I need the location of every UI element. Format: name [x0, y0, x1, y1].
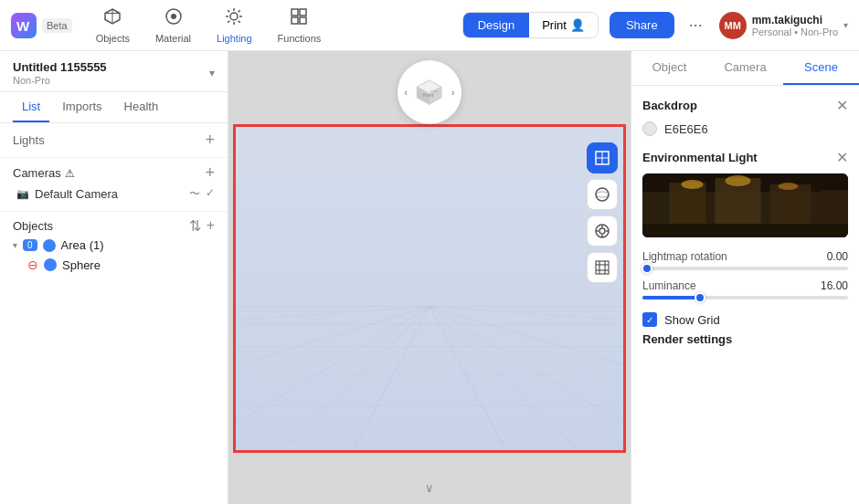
luminance-section: Luminance 16.00	[642, 279, 848, 299]
objects-tool[interactable]: Objects	[85, 4, 141, 47]
area-chevron-icon: ▾	[13, 240, 17, 250]
svg-line-11	[228, 10, 230, 12]
lighting-icon	[225, 7, 243, 30]
svg-rect-15	[292, 9, 298, 16]
left-sidebar: Untitled 1155555 Non-Pro ▾ List Imports …	[0, 51, 228, 504]
tab-health[interactable]: Health	[115, 92, 168, 122]
svg-point-48	[599, 228, 605, 234]
show-grid-checkbox[interactable]: ✓	[642, 312, 657, 327]
target-icon	[594, 223, 610, 239]
nav-left-button[interactable]: ‹	[398, 83, 414, 101]
lights-row: Lights +	[13, 131, 215, 150]
area-badge: 0	[23, 239, 37, 251]
luminance-slider[interactable]	[642, 296, 848, 299]
sphere-tool[interactable]	[587, 179, 618, 210]
tab-object[interactable]: Object	[631, 51, 707, 85]
sphere-color-dot	[44, 258, 57, 271]
cameras-row: Cameras ⚠ +	[13, 163, 215, 183]
luminance-thumb[interactable]	[695, 292, 705, 303]
functions-tool[interactable]: Functions	[267, 4, 333, 47]
print-icon: 👤	[570, 18, 585, 32]
area-row[interactable]: ▾ 0 Area (1)	[13, 235, 215, 256]
svg-rect-17	[292, 17, 298, 24]
lightmap-rotation-slider[interactable]	[642, 267, 848, 270]
right-sidebar: Object Camera Scene Backdrop ✕ E6E6E6 En…	[631, 51, 859, 504]
viewport[interactable]	[233, 124, 626, 453]
material-tool[interactable]: Material	[144, 4, 202, 47]
more-button[interactable]: ···	[684, 10, 708, 40]
wordcraft-logo: W	[11, 13, 37, 38]
lightmap-rotation-label: Lightmap rotation	[642, 250, 727, 263]
backdrop-color-swatch[interactable]	[642, 121, 657, 136]
svg-point-64	[682, 180, 704, 189]
nav-right-button[interactable]: ›	[445, 83, 461, 101]
design-print-toggle: Design Print 👤	[462, 12, 599, 38]
lightmap-label-row: Lightmap rotation 0.00	[642, 250, 848, 263]
camera-confirm-icon[interactable]: ✓	[206, 186, 215, 202]
svg-rect-25	[236, 127, 623, 450]
svg-point-5	[171, 14, 176, 19]
tab-list[interactable]: List	[13, 92, 49, 122]
share-button[interactable]: Share	[610, 12, 674, 38]
luminance-label-row: Luminance 16.00	[642, 279, 848, 292]
backdrop-color-value: E6E6E6	[664, 122, 708, 136]
backdrop-color-row[interactable]: E6E6E6	[642, 121, 848, 136]
luminance-fill	[642, 296, 700, 299]
top-navigation: W Beta Objects Material Lighting Functio…	[0, 0, 859, 51]
sidebar-collapse-icon[interactable]: ▾	[209, 67, 215, 79]
lights-label: Lights	[13, 133, 45, 147]
environmental-light-section: Environmental Light ✕	[642, 149, 848, 237]
target-tool[interactable]	[587, 215, 618, 247]
sphere-row[interactable]: ⊖ Sphere	[13, 256, 215, 274]
box-select-tool[interactable]	[587, 142, 618, 173]
svg-point-6	[230, 13, 238, 20]
svg-point-46	[596, 192, 609, 197]
camera-icon: 📷	[16, 188, 29, 200]
camera-edit-icon[interactable]: 〜	[189, 186, 200, 202]
cameras-add-button[interactable]: +	[205, 163, 215, 183]
lightmap-rotation-section: Lightmap rotation 0.00	[642, 250, 848, 270]
material-label: Material	[155, 33, 191, 44]
objects-sort-icon[interactable]: ⇅	[189, 217, 201, 235]
print-button[interactable]: Print 👤	[529, 13, 598, 37]
lightmap-rotation-value: 0.00	[827, 250, 848, 263]
canvas-chevron-down-icon[interactable]: ∨	[425, 481, 434, 495]
beta-badge: Beta	[42, 18, 72, 33]
main-area: Untitled 1155555 Non-Pro ▾ List Imports …	[0, 51, 859, 504]
env-light-close-icon[interactable]: ✕	[836, 149, 848, 166]
camera-actions: 〜 ✓	[189, 186, 215, 202]
right-content: Backdrop ✕ E6E6E6 Environmental Light ✕	[631, 86, 859, 504]
design-button[interactable]: Design	[463, 13, 529, 37]
tab-camera[interactable]: Camera	[707, 51, 783, 85]
svg-point-45	[596, 188, 609, 201]
camera-warning-icon: ⚠	[65, 167, 75, 180]
tab-imports[interactable]: Imports	[53, 92, 111, 122]
cube-navigator[interactable]: ‹ front right ›	[398, 60, 461, 124]
default-camera-left: 📷 Default Camera	[16, 187, 118, 201]
backdrop-close-icon[interactable]: ✕	[836, 97, 848, 114]
sphere-minus-icon[interactable]: ⊖	[27, 257, 38, 272]
user-menu[interactable]: MM mm.takiguchi Personal • Non-Pro ▾	[719, 12, 848, 39]
lighting-tool[interactable]: Lighting	[206, 4, 263, 47]
backdrop-section: Backdrop ✕ E6E6E6	[642, 97, 848, 136]
grid-svg	[236, 127, 623, 450]
area-label: Area (1)	[61, 238, 104, 252]
show-grid-row: ✓ Show Grid	[642, 309, 848, 331]
grid-tool[interactable]	[587, 252, 618, 283]
show-grid-label: Show Grid	[664, 313, 720, 327]
avatar: MM	[719, 12, 747, 39]
functions-icon	[290, 7, 308, 30]
material-icon	[164, 7, 183, 30]
lights-add-button[interactable]: +	[205, 131, 215, 150]
lightmap-rotation-thumb[interactable]	[642, 263, 652, 274]
right-tabs: Object Camera Scene	[631, 51, 859, 86]
env-light-image[interactable]	[642, 173, 848, 237]
checkbox-check-icon: ✓	[646, 315, 653, 325]
objects-actions: ⇅ +	[189, 217, 215, 235]
lights-section: Lights +	[0, 123, 228, 158]
svg-line-12	[239, 20, 240, 22]
tab-scene[interactable]: Scene	[783, 51, 859, 85]
objects-add-button[interactable]: +	[207, 217, 215, 235]
canvas-area: ‹ front right › ∧	[228, 51, 631, 504]
svg-point-66	[779, 183, 799, 190]
